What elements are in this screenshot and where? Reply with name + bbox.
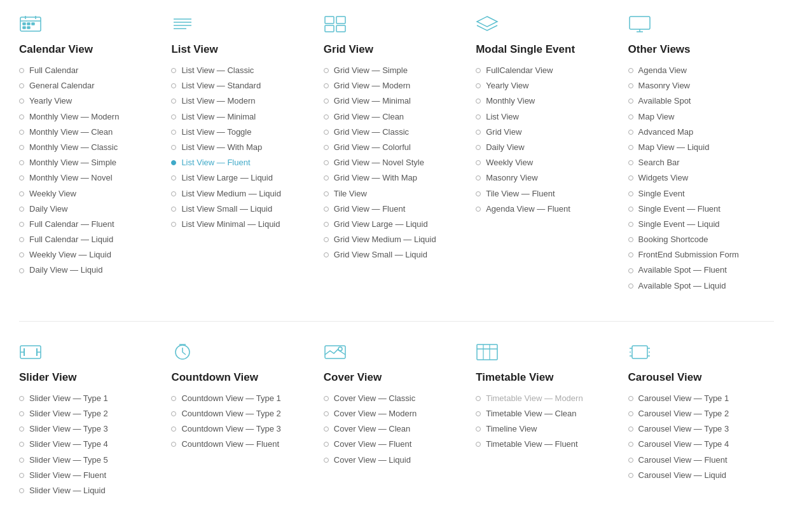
list-item[interactable]: Cover View — Fluent: [324, 439, 469, 450]
list-item[interactable]: List View: [476, 111, 621, 123]
list-item[interactable]: Daily View: [476, 142, 621, 153]
list-item[interactable]: Daily View — Liquid: [19, 264, 165, 276]
list-item[interactable]: Grid View — Colorful: [324, 142, 469, 153]
list-item[interactable]: List View — Minimal: [171, 111, 317, 123]
list-item[interactable]: List View Large — Liquid: [171, 172, 317, 184]
list-item[interactable]: Single Event — Fluent: [628, 203, 774, 215]
list-item[interactable]: Countdown View — Type 1: [171, 393, 317, 404]
list-item[interactable]: Grid View — Classic: [324, 126, 469, 138]
list-item[interactable]: Grid View — Fluent: [324, 203, 469, 215]
item-dot: [324, 68, 329, 73]
list-item[interactable]: Slider View — Type 4: [19, 439, 165, 450]
list-item[interactable]: Grid View Large — Liquid: [324, 219, 469, 230]
list-item[interactable]: Agenda View: [628, 65, 774, 76]
list-item[interactable]: Slider View — Type 3: [19, 423, 165, 435]
list-item[interactable]: List View — Standard: [171, 80, 317, 92]
list-item[interactable]: Timetable View — Fluent: [476, 439, 621, 450]
section-cover-view: Cover ViewCover View — ClassicCover View…: [324, 341, 469, 500]
list-item[interactable]: Carousel View — Liquid: [628, 470, 774, 481]
item-dot: [324, 175, 329, 181]
list-item[interactable]: Grid View: [476, 126, 621, 138]
list-item[interactable]: Grid View — Novel Style: [324, 157, 469, 168]
list-item[interactable]: Countdown View — Type 2: [171, 408, 317, 419]
list-item[interactable]: Agenda View — Fluent: [476, 203, 621, 215]
item-label: List View — Standard: [181, 80, 261, 92]
list-item[interactable]: Map View — Liquid: [628, 142, 774, 153]
list-item[interactable]: Carousel View — Type 2: [628, 408, 774, 419]
list-item[interactable]: Tile View — Fluent: [476, 188, 621, 200]
list-item[interactable]: Slider View — Type 5: [19, 454, 165, 466]
list-item[interactable]: Widgets View: [628, 172, 774, 184]
list-item[interactable]: List View Minimal — Liquid: [171, 219, 317, 230]
list-item[interactable]: Daily View: [19, 203, 165, 215]
list-item[interactable]: Available Spot: [628, 95, 774, 107]
list-item[interactable]: FullCalendar View: [476, 65, 621, 76]
list-item[interactable]: Weekly View: [19, 188, 165, 200]
list-item[interactable]: Tile View: [324, 188, 469, 200]
list-item[interactable]: Yearly View: [476, 80, 621, 92]
list-item[interactable]: Map View: [628, 111, 774, 123]
list-item[interactable]: Grid View — With Map: [324, 172, 469, 184]
item-label: List View Small — Liquid: [181, 203, 272, 215]
list-item[interactable]: Timetable View — Clean: [476, 408, 621, 419]
list-item[interactable]: Grid View Small — Liquid: [324, 249, 469, 261]
list-item[interactable]: List View — Classic: [171, 65, 317, 76]
list-item[interactable]: Grid View — Minimal: [324, 95, 469, 107]
list-item[interactable]: Weekly View: [476, 157, 621, 168]
list-item[interactable]: Single Event — Liquid: [628, 219, 774, 230]
list-item[interactable]: Timeline View: [476, 423, 621, 435]
list-item[interactable]: Grid View — Modern: [324, 80, 469, 92]
list-item[interactable]: Grid View — Clean: [324, 111, 469, 123]
cover-view-list: Cover View — ClassicCover View — ModernC…: [324, 393, 469, 466]
list-item[interactable]: Grid View — Simple: [324, 65, 469, 76]
list-item[interactable]: Masonry View: [628, 80, 774, 92]
list-item[interactable]: Monthly View — Modern: [19, 111, 165, 123]
list-item[interactable]: Full Calendar: [19, 65, 165, 76]
list-item[interactable]: Weekly View — Liquid: [19, 249, 165, 261]
list-item[interactable]: List View Medium — Liquid: [171, 188, 317, 200]
list-item[interactable]: Timetable View — Modern: [476, 393, 621, 404]
list-item[interactable]: Grid View Medium — Liquid: [324, 234, 469, 245]
list-item[interactable]: Monthly View — Novel: [19, 172, 165, 184]
list-item[interactable]: Available Spot — Fluent: [628, 264, 774, 276]
list-item[interactable]: Cover View — Classic: [324, 393, 469, 404]
list-item[interactable]: Available Spot — Liquid: [628, 280, 774, 292]
list-item[interactable]: Search Bar: [628, 157, 774, 168]
item-dot: [628, 130, 633, 135]
list-item[interactable]: Advanced Map: [628, 126, 774, 138]
list-item[interactable]: Yearly View: [19, 95, 165, 107]
list-item[interactable]: Cover View — Liquid: [324, 454, 469, 466]
list-item[interactable]: Slider View — Liquid: [19, 485, 165, 496]
list-item[interactable]: FrontEnd Submission Form: [628, 249, 774, 261]
list-item[interactable]: Cover View — Modern: [324, 408, 469, 419]
list-item[interactable]: Carousel View — Fluent: [628, 454, 774, 466]
list-item[interactable]: Monthly View — Classic: [19, 142, 165, 153]
list-item[interactable]: Monthly View: [476, 95, 621, 107]
carousel-view-title: Carousel View: [628, 371, 774, 384]
list-item[interactable]: Slider View — Type 1: [19, 393, 165, 404]
list-item[interactable]: Cover View — Clean: [324, 423, 469, 435]
list-item[interactable]: Slider View — Type 2: [19, 408, 165, 419]
list-item[interactable]: Single Event: [628, 188, 774, 200]
carousel-view-icon: [628, 341, 774, 364]
list-item[interactable]: List View Small — Liquid: [171, 203, 317, 215]
list-item[interactable]: Full Calendar — Liquid: [19, 234, 165, 245]
list-item[interactable]: List View — Modern: [171, 95, 317, 107]
list-item[interactable]: Slider View — Fluent: [19, 470, 165, 481]
list-item[interactable]: Carousel View — Type 1: [628, 393, 774, 404]
list-item[interactable]: Full Calendar — Fluent: [19, 219, 165, 230]
list-item[interactable]: Countdown View — Fluent: [171, 439, 317, 450]
list-item[interactable]: List View — Fluent: [171, 157, 317, 168]
list-item[interactable]: List View — Toggle: [171, 126, 317, 138]
list-item[interactable]: General Calendar: [19, 80, 165, 92]
item-dot: [476, 426, 481, 432]
list-item[interactable]: Carousel View — Type 3: [628, 423, 774, 435]
list-item[interactable]: List View — With Map: [171, 142, 317, 153]
cover-view-title: Cover View: [324, 371, 469, 384]
list-item[interactable]: Masonry View: [476, 172, 621, 184]
list-item[interactable]: Monthly View — Clean: [19, 126, 165, 138]
list-item[interactable]: Monthly View — Simple: [19, 157, 165, 168]
list-item[interactable]: Countdown View — Type 3: [171, 423, 317, 435]
list-item[interactable]: Carousel View — Type 4: [628, 439, 774, 450]
list-item[interactable]: Booking Shortcode: [628, 234, 774, 245]
